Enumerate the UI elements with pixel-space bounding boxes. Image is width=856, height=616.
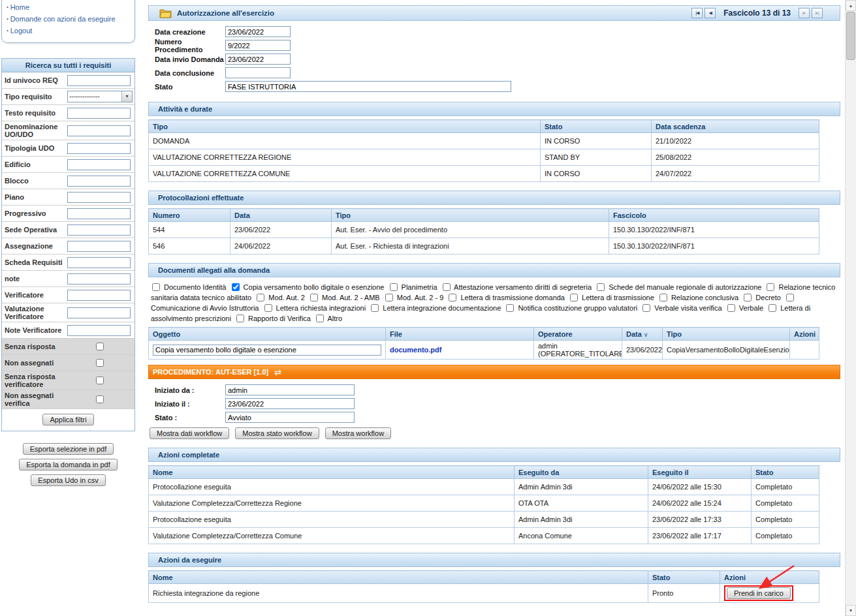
document-checkbox[interactable] [371,304,379,312]
search-field-row: Tipologia UDO [2,140,135,157]
export-udo-csv-button[interactable]: Esporta Udo in csv [31,474,105,486]
iniziato-da-input[interactable] [225,384,355,395]
data-creazione-input[interactable] [225,26,291,37]
search-field-input[interactable] [67,307,131,318]
last-page-icon[interactable]: ▶| [812,8,823,18]
stato-workflow-input[interactable] [225,412,355,423]
field-row: Iniziato il : [148,397,840,410]
document-checkbox-item[interactable]: Lettera richiesta integrazioni [263,304,368,312]
document-checkbox[interactable] [767,283,774,291]
document-checkbox[interactable] [264,304,272,312]
search-field-input[interactable] [67,176,131,187]
document-checkbox[interactable] [385,294,393,301]
search-field-input[interactable] [67,159,131,170]
document-checkbox-item[interactable]: Rapporto di Verifica [235,315,313,322]
document-checkbox[interactable] [786,294,794,301]
table-header-row: Nome Eseguito da Eseguito il Stato [149,466,819,479]
first-page-icon[interactable]: |◀ [691,8,703,18]
document-checkbox-item[interactable]: Attestazione versamento diritti di segre… [441,283,594,291]
nav-logout-link[interactable]: Logout [7,25,130,37]
document-checkbox-item[interactable]: Lettera integrazione documentazione [370,304,503,312]
search-field-input[interactable] [67,257,131,268]
document-checkbox-item[interactable]: Lettera di trasmissione domanda [447,294,567,301]
vertical-scrollbar[interactable]: ▲ ▼ [845,0,856,616]
document-checkbox-item[interactable]: Lettera di trasmissione [569,294,656,301]
scrollbar-thumb[interactable] [846,12,855,60]
document-checkbox[interactable] [232,283,240,291]
search-field-input[interactable] [67,224,131,236]
search-field-select[interactable]: --------------▾ [67,91,133,102]
document-checkbox-item[interactable]: Decreto [742,294,783,301]
data-conclusione-input[interactable] [225,67,291,78]
stato-input[interactable] [225,81,511,92]
search-field-input[interactable] [67,208,131,219]
column-header: Eseguito il [648,466,752,479]
data-invio-domanda-input[interactable] [225,54,291,65]
document-checkbox-item[interactable]: Mod. Aut. 2 - 9 [384,294,446,301]
mostra-workflow-button[interactable]: Mostra workflow [325,427,391,439]
prendi-in-carico-button[interactable]: Prendi in carico [727,587,791,599]
document-checkbox-item[interactable]: Verbale [726,304,765,312]
document-checkbox[interactable] [727,304,735,312]
document-checkbox-item[interactable]: Altro [315,315,342,322]
document-checkbox[interactable] [257,294,264,301]
document-checkbox[interactable] [769,304,776,312]
search-field-checkbox[interactable] [96,359,104,367]
nav-home-link[interactable]: Home [7,1,130,13]
document-checkbox[interactable] [152,283,160,291]
search-field-input[interactable] [67,290,131,301]
document-checkbox-item[interactable]: Notifica costituzione gruppo valutatori [505,304,639,312]
chevron-down-icon[interactable]: ▾ [121,91,132,102]
document-checkbox-label: Lettera di trasmissione domanda [458,294,567,301]
document-checkbox[interactable] [744,294,752,301]
mostra-stato-workflow-button[interactable]: Mostra stato workflow [235,427,319,439]
oggetto-input[interactable] [153,345,381,356]
document-checkbox-item[interactable]: Verbale visita verifica [641,304,723,312]
search-field-input[interactable] [67,241,131,252]
document-checkbox[interactable] [659,294,667,301]
document-checkbox-item[interactable]: Copia versamento bollo digitale o esenzi… [230,283,387,291]
document-checkbox[interactable] [443,283,451,291]
document-checkbox[interactable] [506,304,514,312]
workflow-refresh-icon[interactable]: ⇄ [274,367,281,377]
search-field-label: Senza risposta verificatore [2,371,65,390]
scroll-up-icon[interactable]: ▲ [846,0,856,11]
document-checkbox-item[interactable]: Mod. Aut. 2 [255,294,307,301]
search-field-input[interactable] [67,192,131,203]
document-checkbox[interactable] [570,294,578,301]
next-page-icon[interactable]: ▶ [799,8,810,18]
search-field-checkbox[interactable] [96,377,104,384]
document-checkbox-item[interactable]: Schede del manuale regionale di autorizz… [595,283,763,291]
scroll-down-icon[interactable]: ▼ [846,605,856,616]
search-field-input[interactable] [67,143,131,154]
search-field-input[interactable] [67,273,131,285]
search-field-input[interactable] [67,75,131,86]
nav-domande-link[interactable]: Domande con azioni da eseguire [7,13,130,25]
export-selection-pdf-button[interactable]: Esporta selezione in pdf [23,443,114,455]
file-link[interactable]: documento.pdf [390,346,441,354]
apply-filters-button[interactable]: Applica filtri [42,414,93,425]
document-checkbox[interactable] [597,283,605,291]
document-checkbox[interactable] [390,283,398,291]
export-domanda-pdf-button[interactable]: Esporta la domanda in pdf [19,459,117,470]
column-header: Data scadenza [652,120,819,133]
column-header-sortable[interactable]: Data∨ [622,328,663,341]
document-checkbox[interactable] [642,304,650,312]
document-checkbox-item[interactable]: Documento Identità [151,283,229,291]
document-checkbox[interactable] [236,315,244,322]
mostra-dati-workflow-button[interactable]: Mostra dati workflow [150,427,229,439]
search-field-input[interactable] [67,108,131,119]
search-field-input[interactable] [67,325,131,336]
document-checkbox-item[interactable]: Mod. Aut. 2 - AMB [309,294,382,301]
numero-procedimento-input[interactable] [225,40,291,51]
prev-page-icon[interactable]: ◀ [705,8,716,18]
document-checkbox-item[interactable]: Relazione conclusiva [658,294,740,301]
search-field-checkbox[interactable] [96,343,104,350]
document-checkbox[interactable] [449,294,456,301]
document-checkbox[interactable] [316,315,324,322]
document-checkbox[interactable] [310,294,318,301]
iniziato-il-input[interactable] [225,398,355,409]
search-field-checkbox[interactable] [96,395,104,403]
document-checkbox-item[interactable]: Planimetria [388,283,439,291]
search-field-input[interactable] [67,125,131,136]
